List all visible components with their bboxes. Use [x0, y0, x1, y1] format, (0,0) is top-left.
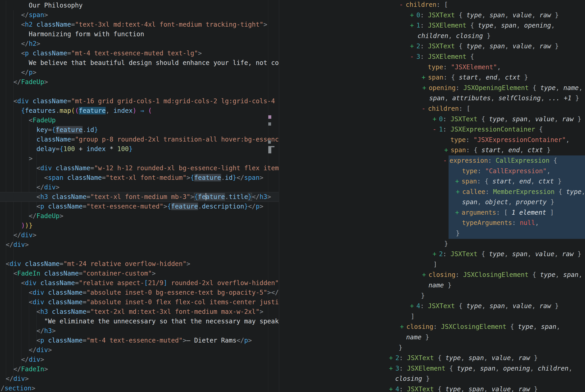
token-apn: , — [511, 354, 519, 362]
code-line[interactable]: <div className="mt-16 grid grid-cols-1 m… — [0, 96, 279, 106]
app-window: Our Philosophy</span><h2 className="text… — [0, 0, 585, 392]
code-line[interactable]: delay={100 + index * 100} — [0, 144, 279, 154]
ast-node-line[interactable]: +callee: MemberExpression { type, — [279, 187, 585, 197]
token-pn: </ — [29, 212, 37, 220]
code-line[interactable]: <div className="absolute inset-0 bg-esse… — [0, 288, 279, 298]
ast-node-line[interactable]: +closing: JSXClosingElement { type, span… — [279, 322, 585, 332]
code-line[interactable]: </div> — [0, 374, 279, 384]
token-mkp: + — [444, 145, 451, 156]
token-node: JSXText — [451, 250, 478, 258]
token-apn: { — [466, 53, 474, 60]
ast-node-line[interactable]: +span: { start, end, ctxt } — [279, 72, 585, 83]
token-key: span — [462, 178, 477, 185]
token-mkp: + — [422, 72, 428, 83]
token-blu: { — [21, 107, 25, 114]
token-node: JSXExpressionContainer — [451, 126, 535, 133]
ast-node-line[interactable]: +1: JSXElement { type, span, opening, — [279, 20, 585, 31]
token-node: JSXElement — [428, 53, 467, 60]
code-line[interactable]: <p className="text-essence-muted">{featu… — [0, 202, 279, 211]
ast-line: closing } — [279, 374, 585, 384]
token-prop: children — [418, 32, 448, 40]
token-prop: ctxt — [538, 178, 554, 185]
code-line[interactable]: <h2 className="text-3xl md:text-4xl font… — [0, 20, 279, 30]
ast-node-line[interactable]: -children: [ — [279, 0, 585, 10]
ast-node-line[interactable]: +2: JSXText { type, span, value, raw } — [279, 249, 585, 259]
code-line[interactable]: </FadeIn> — [0, 364, 279, 374]
code-line[interactable]: <div className="absolute inset-0 flex fl… — [0, 298, 279, 307]
code-line-current[interactable]: <h3 className="text-xl font-medium mb-3"… — [0, 192, 279, 202]
token-var: id — [225, 174, 233, 182]
code-line[interactable]: <FadeUp — [0, 116, 279, 125]
token-blu: { — [167, 202, 171, 210]
code-line[interactable]: key={feature.id} — [0, 125, 279, 135]
code-line[interactable]: </div> — [0, 182, 279, 192]
ast-node-line[interactable]: +0: JSXText { type, span, value, raw } — [279, 114, 585, 124]
code-line[interactable]: </h2> — [0, 39, 279, 48]
code-line[interactable] — [0, 87, 279, 96]
ast-line: ] — [279, 311, 585, 322]
code-line[interactable]: <FadeIn className="container-custom"> — [0, 269, 279, 278]
code-editor-pane[interactable]: Our Philosophy</span><h2 className="text… — [0, 0, 279, 392]
code-line[interactable]: /section> — [0, 384, 279, 392]
code-line[interactable]: </div> — [0, 355, 279, 364]
code-line[interactable]: <p className="mt-4 text-essence-muted">—… — [0, 336, 279, 345]
overview-mark — [268, 140, 271, 144]
ast-node-line[interactable]: +4: JSXText { type, span, value, raw } — [279, 301, 585, 311]
token-apn: , — [541, 94, 548, 102]
ast-tree-pane[interactable]: -children: [+0: JSXText { type, span, va… — [279, 0, 585, 392]
code-line[interactable]: </div> — [0, 345, 279, 355]
code-line[interactable]: </div> — [0, 230, 279, 240]
code-line[interactable]: Harmonizing form with function — [0, 30, 279, 39]
ast-node-line[interactable]: +4: JSXText { type, span, value, raw } — [279, 384, 585, 392]
ast-node-line[interactable]: +span: { start, end, ctxt } — [279, 176, 585, 187]
ast-node-line[interactable]: +0: JSXText { type, span, value, raw } — [279, 10, 585, 20]
code-line[interactable]: </div> — [0, 240, 279, 250]
token-apn: { — [455, 302, 467, 310]
code-line[interactable]: </h3> — [0, 326, 279, 336]
ast-node-line[interactable]: -1: JSXExpressionContainer { — [279, 124, 585, 135]
token-str: "text-xl font-medium mb-3" — [90, 193, 190, 200]
token-apn: } — [530, 386, 538, 392]
code-line[interactable]: > — [0, 154, 279, 164]
token-attr: className — [48, 308, 87, 316]
code-line[interactable]: </span> — [0, 10, 279, 20]
ast-node-line[interactable]: +closing: JSXClosingElement { type, span… — [279, 270, 585, 280]
ast-node-line[interactable]: +2: JSXText { type, span, value, raw } — [279, 41, 585, 52]
code-line[interactable]: We believe that beautiful design should … — [0, 58, 279, 68]
ast-node-line[interactable]: +3: JSXElement { type, span, opening, ch… — [279, 363, 585, 374]
code-line[interactable] — [0, 250, 279, 259]
code-line[interactable]: </FadeUp> — [0, 77, 279, 87]
code-line[interactable]: <h3 className="text-2xl md:text-3xl font… — [0, 307, 279, 316]
ast-node-line[interactable]: +arguments: [ 1 element ] — [279, 208, 585, 218]
token-apn: , — [535, 219, 539, 226]
code-line[interactable]: Our Philosophy — [0, 1, 279, 10]
code-line[interactable]: <p className="mt-4 text-essence-muted te… — [0, 48, 279, 58]
code-content[interactable]: Our Philosophy</span><h2 className="text… — [0, 0, 279, 392]
token-node: JSXOpeningElement — [463, 84, 529, 92]
code-line[interactable]: <div className="relative aspect-[21/9] r… — [0, 278, 279, 288]
code-line[interactable]: <div className="mt-24 relative overflow-… — [0, 259, 279, 269]
code-line[interactable]: {features.map((feature, index) ⇒ ( — [0, 106, 279, 116]
code-line[interactable]: "We eliminate the unnecessary so that th… — [0, 316, 279, 326]
ast-node-line[interactable]: -3: JSXElement { — [279, 52, 585, 62]
token-attr: className — [33, 21, 71, 28]
ast-tree-content[interactable]: -children: [+0: JSXText { type, span, va… — [279, 0, 585, 392]
ast-node-line[interactable]: +opening: JSXOpeningElement { type, name… — [279, 83, 585, 93]
token-prop: type — [466, 302, 482, 310]
code-line[interactable]: </p> — [0, 68, 279, 77]
token-hl: ature — [206, 193, 225, 200]
code-line[interactable]: className="group p-8 rounded-2xl transit… — [0, 135, 279, 144]
ast-node-line[interactable]: +span: { start, end, ctxt } — [279, 145, 585, 156]
ast-node-line[interactable]: -expression: CallExpression { — [279, 156, 585, 166]
ast-node-line[interactable]: +2: JSXText { type, span, value, raw } — [279, 353, 585, 363]
code-line[interactable]: ))} — [0, 221, 279, 230]
token-prop: start — [481, 146, 501, 154]
token-apn: , — [516, 22, 524, 29]
code-line[interactable]: </FadeUp> — [0, 211, 279, 221]
code-line[interactable]: <span className="text-xl font-medium">{f… — [0, 173, 279, 182]
token-prop: value — [512, 42, 532, 50]
ast-node-line[interactable]: -children: [ — [279, 104, 585, 114]
token-node: JSXClosingElement — [463, 271, 529, 278]
token-apn: , — [505, 42, 513, 50]
code-line[interactable]: <div className="w-12 h-12 rounded-xl bg-… — [0, 164, 279, 173]
